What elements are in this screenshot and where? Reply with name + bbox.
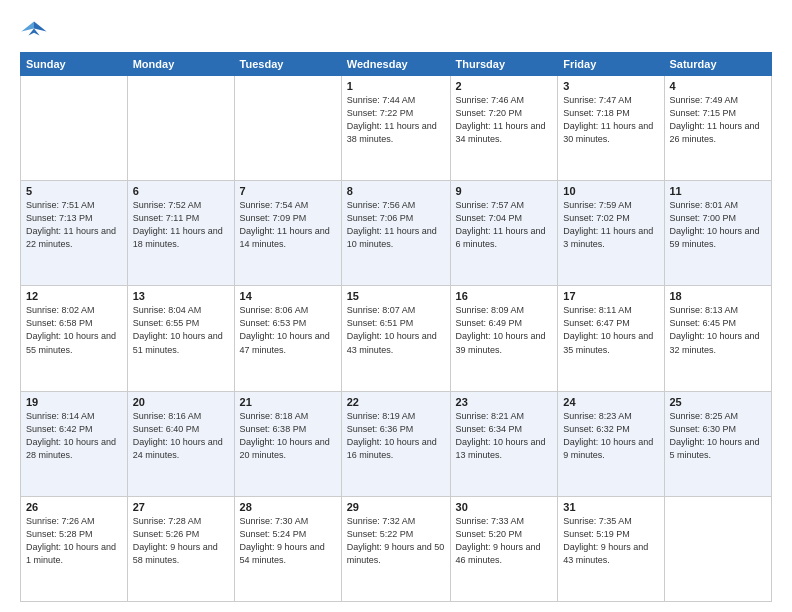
day-info: Sunrise: 8:11 AM Sunset: 6:47 PM Dayligh…: [563, 304, 658, 356]
calendar-cell: 7Sunrise: 7:54 AM Sunset: 7:09 PM Daylig…: [234, 181, 341, 286]
day-number: 29: [347, 501, 445, 513]
calendar-week-row: 5Sunrise: 7:51 AM Sunset: 7:13 PM Daylig…: [21, 181, 772, 286]
day-number: 10: [563, 185, 658, 197]
day-number: 25: [670, 396, 767, 408]
day-number: 28: [240, 501, 336, 513]
calendar-cell: 13Sunrise: 8:04 AM Sunset: 6:55 PM Dayli…: [127, 286, 234, 391]
day-info: Sunrise: 7:47 AM Sunset: 7:18 PM Dayligh…: [563, 94, 658, 146]
day-info: Sunrise: 8:09 AM Sunset: 6:49 PM Dayligh…: [456, 304, 553, 356]
day-info: Sunrise: 7:49 AM Sunset: 7:15 PM Dayligh…: [670, 94, 767, 146]
day-info: Sunrise: 8:25 AM Sunset: 6:30 PM Dayligh…: [670, 410, 767, 462]
day-number: 30: [456, 501, 553, 513]
calendar-cell: 1Sunrise: 7:44 AM Sunset: 7:22 PM Daylig…: [341, 76, 450, 181]
day-info: Sunrise: 7:59 AM Sunset: 7:02 PM Dayligh…: [563, 199, 658, 251]
calendar-cell: 14Sunrise: 8:06 AM Sunset: 6:53 PM Dayli…: [234, 286, 341, 391]
day-info: Sunrise: 7:35 AM Sunset: 5:19 PM Dayligh…: [563, 515, 658, 567]
logo: [20, 16, 52, 44]
day-info: Sunrise: 8:19 AM Sunset: 6:36 PM Dayligh…: [347, 410, 445, 462]
calendar-cell: [234, 76, 341, 181]
calendar-cell: 29Sunrise: 7:32 AM Sunset: 5:22 PM Dayli…: [341, 496, 450, 601]
svg-marker-2: [28, 29, 39, 36]
day-info: Sunrise: 7:30 AM Sunset: 5:24 PM Dayligh…: [240, 515, 336, 567]
calendar-cell: 8Sunrise: 7:56 AM Sunset: 7:06 PM Daylig…: [341, 181, 450, 286]
day-info: Sunrise: 8:07 AM Sunset: 6:51 PM Dayligh…: [347, 304, 445, 356]
calendar-day-header: Saturday: [664, 53, 772, 76]
day-number: 6: [133, 185, 229, 197]
day-number: 13: [133, 290, 229, 302]
day-info: Sunrise: 7:44 AM Sunset: 7:22 PM Dayligh…: [347, 94, 445, 146]
calendar-cell: 17Sunrise: 8:11 AM Sunset: 6:47 PM Dayli…: [558, 286, 664, 391]
day-info: Sunrise: 7:32 AM Sunset: 5:22 PM Dayligh…: [347, 515, 445, 567]
calendar-cell: 10Sunrise: 7:59 AM Sunset: 7:02 PM Dayli…: [558, 181, 664, 286]
calendar-cell: [664, 496, 772, 601]
header: [20, 16, 772, 44]
calendar-cell: 31Sunrise: 7:35 AM Sunset: 5:19 PM Dayli…: [558, 496, 664, 601]
day-info: Sunrise: 7:57 AM Sunset: 7:04 PM Dayligh…: [456, 199, 553, 251]
day-number: 1: [347, 80, 445, 92]
day-number: 5: [26, 185, 122, 197]
day-info: Sunrise: 8:02 AM Sunset: 6:58 PM Dayligh…: [26, 304, 122, 356]
day-number: 20: [133, 396, 229, 408]
calendar-day-header: Monday: [127, 53, 234, 76]
calendar-table: SundayMondayTuesdayWednesdayThursdayFrid…: [20, 52, 772, 602]
calendar-cell: 11Sunrise: 8:01 AM Sunset: 7:00 PM Dayli…: [664, 181, 772, 286]
calendar-cell: 19Sunrise: 8:14 AM Sunset: 6:42 PM Dayli…: [21, 391, 128, 496]
day-number: 18: [670, 290, 767, 302]
day-info: Sunrise: 8:21 AM Sunset: 6:34 PM Dayligh…: [456, 410, 553, 462]
day-number: 23: [456, 396, 553, 408]
day-info: Sunrise: 8:14 AM Sunset: 6:42 PM Dayligh…: [26, 410, 122, 462]
calendar-cell: 27Sunrise: 7:28 AM Sunset: 5:26 PM Dayli…: [127, 496, 234, 601]
day-number: 4: [670, 80, 767, 92]
calendar-cell: 21Sunrise: 8:18 AM Sunset: 6:38 PM Dayli…: [234, 391, 341, 496]
calendar-cell: 3Sunrise: 7:47 AM Sunset: 7:18 PM Daylig…: [558, 76, 664, 181]
day-number: 27: [133, 501, 229, 513]
day-number: 24: [563, 396, 658, 408]
day-info: Sunrise: 8:23 AM Sunset: 6:32 PM Dayligh…: [563, 410, 658, 462]
calendar-cell: 23Sunrise: 8:21 AM Sunset: 6:34 PM Dayli…: [450, 391, 558, 496]
day-number: 11: [670, 185, 767, 197]
day-number: 19: [26, 396, 122, 408]
logo-icon: [20, 16, 48, 44]
day-number: 21: [240, 396, 336, 408]
calendar-cell: 26Sunrise: 7:26 AM Sunset: 5:28 PM Dayli…: [21, 496, 128, 601]
calendar-cell: 25Sunrise: 8:25 AM Sunset: 6:30 PM Dayli…: [664, 391, 772, 496]
svg-marker-0: [34, 22, 47, 32]
day-number: 15: [347, 290, 445, 302]
calendar-header-row: SundayMondayTuesdayWednesdayThursdayFrid…: [21, 53, 772, 76]
day-number: 22: [347, 396, 445, 408]
calendar-day-header: Wednesday: [341, 53, 450, 76]
day-info: Sunrise: 7:51 AM Sunset: 7:13 PM Dayligh…: [26, 199, 122, 251]
svg-marker-1: [21, 22, 34, 32]
day-info: Sunrise: 7:56 AM Sunset: 7:06 PM Dayligh…: [347, 199, 445, 251]
calendar-day-header: Thursday: [450, 53, 558, 76]
calendar-week-row: 19Sunrise: 8:14 AM Sunset: 6:42 PM Dayli…: [21, 391, 772, 496]
calendar-day-header: Friday: [558, 53, 664, 76]
day-number: 26: [26, 501, 122, 513]
calendar-cell: 16Sunrise: 8:09 AM Sunset: 6:49 PM Dayli…: [450, 286, 558, 391]
calendar-cell: 5Sunrise: 7:51 AM Sunset: 7:13 PM Daylig…: [21, 181, 128, 286]
day-number: 17: [563, 290, 658, 302]
day-number: 31: [563, 501, 658, 513]
day-info: Sunrise: 7:54 AM Sunset: 7:09 PM Dayligh…: [240, 199, 336, 251]
day-info: Sunrise: 7:52 AM Sunset: 7:11 PM Dayligh…: [133, 199, 229, 251]
calendar-cell: 28Sunrise: 7:30 AM Sunset: 5:24 PM Dayli…: [234, 496, 341, 601]
day-number: 3: [563, 80, 658, 92]
day-info: Sunrise: 7:28 AM Sunset: 5:26 PM Dayligh…: [133, 515, 229, 567]
page: SundayMondayTuesdayWednesdayThursdayFrid…: [0, 0, 792, 612]
calendar-day-header: Sunday: [21, 53, 128, 76]
day-info: Sunrise: 8:01 AM Sunset: 7:00 PM Dayligh…: [670, 199, 767, 251]
day-number: 16: [456, 290, 553, 302]
calendar-cell: 24Sunrise: 8:23 AM Sunset: 6:32 PM Dayli…: [558, 391, 664, 496]
calendar-cell: 15Sunrise: 8:07 AM Sunset: 6:51 PM Dayli…: [341, 286, 450, 391]
day-info: Sunrise: 7:26 AM Sunset: 5:28 PM Dayligh…: [26, 515, 122, 567]
day-number: 9: [456, 185, 553, 197]
day-info: Sunrise: 8:13 AM Sunset: 6:45 PM Dayligh…: [670, 304, 767, 356]
calendar-cell: 22Sunrise: 8:19 AM Sunset: 6:36 PM Dayli…: [341, 391, 450, 496]
calendar-cell: 9Sunrise: 7:57 AM Sunset: 7:04 PM Daylig…: [450, 181, 558, 286]
calendar-week-row: 12Sunrise: 8:02 AM Sunset: 6:58 PM Dayli…: [21, 286, 772, 391]
calendar-cell: [127, 76, 234, 181]
day-number: 7: [240, 185, 336, 197]
day-number: 12: [26, 290, 122, 302]
day-info: Sunrise: 8:18 AM Sunset: 6:38 PM Dayligh…: [240, 410, 336, 462]
calendar-week-row: 26Sunrise: 7:26 AM Sunset: 5:28 PM Dayli…: [21, 496, 772, 601]
